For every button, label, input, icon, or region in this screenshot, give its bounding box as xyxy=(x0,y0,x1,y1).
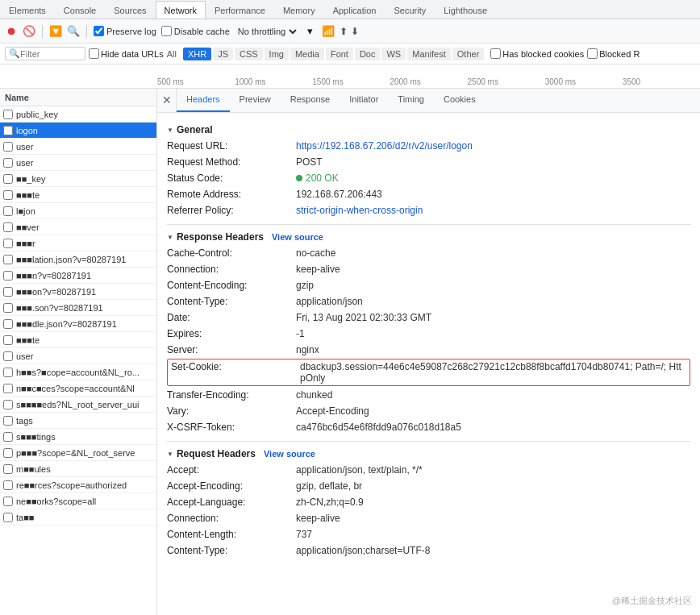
request-item-checkbox[interactable] xyxy=(3,384,13,393)
request-item[interactable]: ta■■ xyxy=(0,509,156,526)
search-icon[interactable]: 🔍 xyxy=(67,25,80,38)
has-blocked-cookies-input[interactable] xyxy=(490,48,501,59)
request-item[interactable]: l■jon xyxy=(0,203,156,219)
hide-data-urls-check[interactable]: Hide data URLs xyxy=(89,48,164,59)
request-item[interactable]: logon xyxy=(0,123,156,139)
request-item[interactable]: re■■rces?scope=authorized xyxy=(0,477,156,493)
request-item[interactable]: n■■c■ces?scope=account&Nl xyxy=(0,380,156,397)
request-item-checkbox[interactable] xyxy=(3,497,13,506)
request-item-checkbox[interactable] xyxy=(3,432,13,442)
record-button[interactable]: ⏺ xyxy=(5,25,18,38)
request-item[interactable]: user xyxy=(0,155,156,171)
filter-xhr[interactable]: XHR xyxy=(183,48,211,60)
filter-ws[interactable]: WS xyxy=(381,48,406,60)
request-item-checkbox[interactable] xyxy=(3,287,13,297)
tab-lighthouse[interactable]: Lighthouse xyxy=(435,1,496,19)
preserve-log-checkbox[interactable]: Preserve log xyxy=(94,26,156,36)
request-item[interactable]: ■■■on?v=80287191 xyxy=(0,284,156,300)
request-item-checkbox[interactable] xyxy=(3,222,13,232)
request-item-checkbox[interactable] xyxy=(3,126,13,135)
hide-data-urls-input[interactable] xyxy=(89,48,99,59)
filter-font[interactable]: Font xyxy=(326,48,353,60)
tab-sources[interactable]: Sources xyxy=(105,1,155,19)
all-filter-label[interactable]: All xyxy=(167,49,177,59)
disable-cache-input[interactable] xyxy=(161,26,172,36)
tab-cookies[interactable]: Cookies xyxy=(434,89,485,112)
filter-js[interactable]: JS xyxy=(213,48,233,60)
tab-console[interactable]: Console xyxy=(55,1,105,19)
filter-css[interactable]: CSS xyxy=(235,48,263,60)
request-item-checkbox[interactable] xyxy=(3,400,13,409)
request-item[interactable]: ■■■n?v=80287191 xyxy=(0,268,156,284)
throttle-select[interactable]: No throttling xyxy=(235,26,299,37)
request-item[interactable]: m■■ules xyxy=(0,461,156,477)
tab-network[interactable]: Network xyxy=(156,1,206,19)
filter-manifest[interactable]: Manifest xyxy=(407,48,451,60)
request-item-checkbox[interactable] xyxy=(3,448,13,458)
request-headers-view-source[interactable]: View source xyxy=(264,449,315,459)
request-item[interactable]: ■■■te xyxy=(0,187,156,203)
request-item[interactable]: ■■■.son?v=80287191 xyxy=(0,300,156,316)
request-item-checkbox[interactable] xyxy=(3,335,13,345)
request-item-checkbox[interactable] xyxy=(3,239,13,248)
request-item-checkbox[interactable] xyxy=(3,303,13,313)
request-item[interactable]: h■■s?■cope=account&NL_ro... xyxy=(0,364,156,380)
request-item[interactable]: ■■■te xyxy=(0,332,156,348)
has-blocked-cookies-check[interactable]: Has blocked cookies xyxy=(490,48,584,59)
filter-media[interactable]: Media xyxy=(290,48,324,60)
request-item-checkbox[interactable] xyxy=(3,368,13,377)
tab-preview[interactable]: Preview xyxy=(230,89,281,112)
request-item[interactable]: public_key xyxy=(0,106,156,123)
request-item-checkbox[interactable] xyxy=(3,110,13,119)
request-item[interactable]: user xyxy=(0,348,156,364)
response-headers-view-source[interactable]: View source xyxy=(272,232,323,242)
filter-img[interactable]: Img xyxy=(265,48,289,60)
blocked-r-input[interactable] xyxy=(587,48,598,59)
request-item[interactable]: ■■■lation.json?v=80287191 xyxy=(0,251,156,268)
request-item[interactable]: user xyxy=(0,139,156,155)
tab-performance[interactable]: Performance xyxy=(206,1,274,19)
upload-icon[interactable]: ⬆ xyxy=(340,26,348,37)
request-item-checkbox[interactable] xyxy=(3,255,13,264)
request-item-checkbox[interactable] xyxy=(3,206,13,216)
request-item-checkbox[interactable] xyxy=(3,271,13,280)
request-item[interactable]: ■■_key xyxy=(0,171,156,187)
request-item[interactable]: ■■■dle.json?v=80287191 xyxy=(0,316,156,332)
clear-button[interactable]: 🚫 xyxy=(23,25,35,38)
general-section-header[interactable]: ▼ General xyxy=(167,124,690,135)
request-item-checkbox[interactable] xyxy=(3,351,13,361)
tab-initiator[interactable]: Initiator xyxy=(340,89,388,112)
blocked-r-check[interactable]: Blocked R xyxy=(587,48,640,59)
request-item-checkbox[interactable] xyxy=(3,416,13,426)
response-headers-section-header[interactable]: ▼ Response Headers View source xyxy=(167,231,690,243)
request-item[interactable]: s■■■tings xyxy=(0,429,156,445)
detail-close-button[interactable]: ✕ xyxy=(157,89,177,112)
tab-response[interactable]: Response xyxy=(281,89,340,112)
request-item-checkbox[interactable] xyxy=(3,158,13,168)
request-item-checkbox[interactable] xyxy=(3,513,13,522)
request-item-checkbox[interactable] xyxy=(3,174,13,184)
request-headers-section-header[interactable]: ▼ Request Headers View source xyxy=(167,448,690,459)
request-item-checkbox[interactable] xyxy=(3,142,13,152)
request-item[interactable]: ne■■orks?scope=all xyxy=(0,493,156,509)
request-item-checkbox[interactable] xyxy=(3,480,13,490)
filter-doc[interactable]: Doc xyxy=(355,48,381,60)
tab-memory[interactable]: Memory xyxy=(274,1,324,19)
tab-security[interactable]: Security xyxy=(385,1,435,19)
wifi-icon[interactable]: 📶 xyxy=(322,25,335,38)
request-item-checkbox[interactable] xyxy=(3,190,13,200)
filter-other[interactable]: Other xyxy=(452,48,485,60)
download-icon[interactable]: ⬇ xyxy=(351,26,359,37)
request-item[interactable]: ■■■r xyxy=(0,235,156,251)
preserve-log-input[interactable] xyxy=(94,26,104,36)
disable-cache-checkbox[interactable]: Disable cache xyxy=(161,26,230,36)
tab-application[interactable]: Application xyxy=(324,1,385,19)
request-item-checkbox[interactable] xyxy=(3,319,13,329)
tab-timing[interactable]: Timing xyxy=(388,89,434,112)
throttle-dropdown-icon[interactable]: ▾ xyxy=(304,25,317,38)
request-item[interactable]: ■■ver xyxy=(0,219,156,235)
filter-input[interactable] xyxy=(20,49,85,59)
request-item-checkbox[interactable] xyxy=(3,464,13,474)
tab-headers[interactable]: Headers xyxy=(177,89,230,112)
request-item[interactable]: s■■■■eds?NL_root_server_uui xyxy=(0,397,156,413)
